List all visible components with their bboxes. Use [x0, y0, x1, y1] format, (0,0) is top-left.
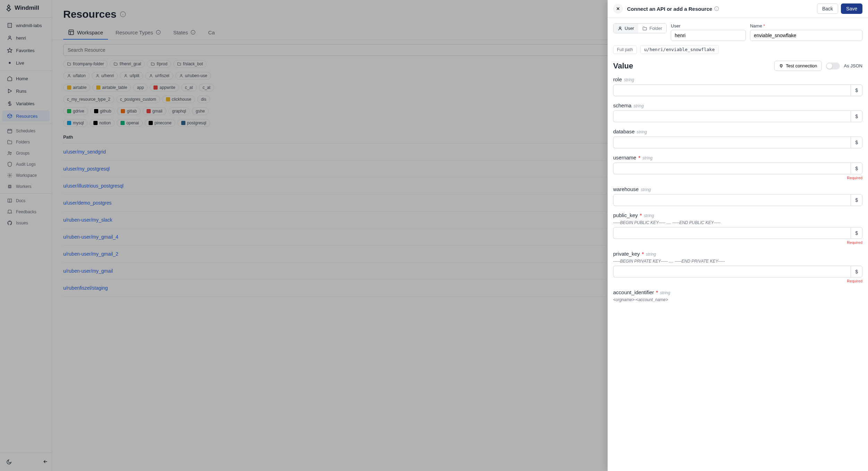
user-input[interactable]	[671, 30, 746, 41]
close-icon	[616, 6, 620, 11]
variable-picker[interactable]: $	[851, 163, 862, 174]
folder-icon	[642, 26, 647, 31]
field-hint: -----BEGIN PRIVATE KEY----- .... -----EN…	[613, 259, 862, 264]
variable-picker[interactable]: $	[851, 137, 862, 148]
as-json-toggle[interactable]	[826, 63, 840, 69]
as-json-label: As JSON	[844, 63, 862, 68]
save-button[interactable]: Save	[841, 3, 862, 14]
info-icon[interactable]	[714, 6, 719, 11]
close-button[interactable]	[613, 4, 623, 14]
variable-picker[interactable]: $	[851, 266, 862, 278]
field-public_key: public_key*string-----BEGIN PUBLIC KEY--…	[613, 212, 862, 245]
path-scope-toggle: User Folder	[613, 23, 667, 33]
username-input[interactable]	[613, 163, 851, 174]
back-button[interactable]: Back	[817, 3, 838, 14]
required-note: Required	[613, 240, 862, 245]
required-note: Required	[613, 279, 862, 283]
plug-icon	[779, 64, 784, 68]
role-input[interactable]	[613, 84, 851, 96]
variable-picker[interactable]: $	[851, 110, 862, 122]
field-role: rolestring$	[613, 76, 862, 96]
full-path-label: Full path	[613, 46, 637, 54]
field-warehouse: warehousestring$	[613, 186, 862, 206]
full-path-value: u/henri/enviable_snowflake	[640, 45, 719, 54]
field-account_identifier: account_identifier*string<orgname>-<acco…	[613, 289, 862, 302]
field-username: username*string$Required	[613, 155, 862, 180]
variable-picker[interactable]: $	[851, 194, 862, 206]
scope-folder[interactable]: Folder	[638, 24, 666, 33]
field-hint: <orgname>-<account_name>	[613, 297, 862, 302]
name-input[interactable]	[750, 30, 862, 41]
value-title: Value	[613, 61, 633, 71]
drawer: Connect an API or add a Resource Back Sa…	[608, 0, 868, 471]
database-input[interactable]	[613, 137, 851, 148]
field-schema: schemastring$	[613, 102, 862, 122]
variable-picker[interactable]: $	[851, 227, 862, 239]
drawer-title: Connect an API or add a Resource	[627, 6, 719, 12]
warehouse-input[interactable]	[613, 194, 851, 206]
name-label: Name *	[750, 23, 862, 28]
scope-user[interactable]: User	[614, 24, 638, 33]
test-connection-button[interactable]: Test connection	[774, 61, 821, 71]
variable-picker[interactable]: $	[851, 84, 862, 96]
field-private_key: private_key*string-----BEGIN PRIVATE KEY…	[613, 251, 862, 283]
user-icon	[618, 26, 623, 31]
svg-point-33	[619, 27, 621, 28]
private_key-input[interactable]	[613, 266, 851, 278]
user-label: User	[671, 23, 746, 28]
schema-input[interactable]	[613, 110, 851, 122]
public_key-input[interactable]	[613, 227, 851, 239]
field-database: databasestring$	[613, 129, 862, 148]
field-hint: -----BEGIN PUBLIC KEY----- .... -----END…	[613, 220, 862, 225]
required-note: Required	[613, 176, 862, 180]
